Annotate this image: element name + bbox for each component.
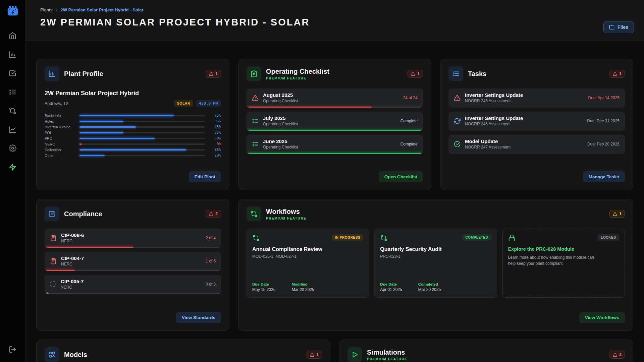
breadcrumb-plants-link[interactable]: Plants xyxy=(40,7,52,12)
compliance-header: Compliance 2 xyxy=(45,206,221,221)
workflow-title: Annual Compliance Review xyxy=(252,246,363,252)
workflows-footer: View Workflows xyxy=(247,312,625,323)
operating-checklist-title-block: Operating Checklist PREMIUM FEATURE xyxy=(266,68,329,80)
workflow-cards: IN PROGRESS Annual Compliance Review MOD… xyxy=(247,229,625,298)
workflow-card[interactable]: IN PROGRESS Annual Compliance Review MOD… xyxy=(247,229,369,298)
task-item[interactable]: Model Update NOGRR 247 Assessment Due: F… xyxy=(448,135,625,154)
progress-label: Basic Info xyxy=(45,114,79,118)
sidebar-item-plants[interactable] xyxy=(8,50,17,59)
app-logo[interactable] xyxy=(6,5,19,19)
workflows-header: Workflows PREMIUM FEATURE 1 xyxy=(247,206,625,221)
checklist-item-status: Complete xyxy=(400,119,418,123)
checklist-item[interactable]: July 2025 Operating Checklist Complete xyxy=(247,112,423,131)
view-workflows-button[interactable]: View Workflows xyxy=(579,312,625,323)
progress-percent: 75% xyxy=(205,113,221,118)
progress-row: PPC60% xyxy=(45,136,221,140)
alert-badge: 1 xyxy=(307,351,322,359)
simulations-card: Simulations PREMIUM FEATURE 2 xyxy=(339,340,633,362)
workflow-meta-col: Completed Mar 20 2025 xyxy=(418,282,441,292)
sidebar-item-tasks[interactable] xyxy=(8,87,17,97)
checklist-item-subtitle: Operating Checklist xyxy=(263,99,298,103)
sidebar-item-settings[interactable] xyxy=(8,143,17,153)
card-title: Models xyxy=(64,351,87,359)
progress-row: NERC0% xyxy=(45,142,221,146)
task-subtitle: NOGRR 247 Assessment xyxy=(465,145,511,149)
compliance-item[interactable]: CIP-008-6 NERC 2 of 4 xyxy=(45,229,221,248)
view-standards-button[interactable]: View Standards xyxy=(176,312,221,323)
alert-badge: 2 xyxy=(609,351,625,359)
alert-badge: 1 xyxy=(206,70,221,78)
compliance-footer: View Standards xyxy=(45,312,221,323)
alert-triangle-icon xyxy=(310,353,314,357)
simulations-title-block: Simulations PREMIUM FEATURE xyxy=(367,349,407,361)
bar-chart-icon xyxy=(45,66,59,81)
bottom-cards-grid: Models 1 Simulations xyxy=(36,340,633,362)
workflow-icon xyxy=(247,206,261,221)
alert-count: 2 xyxy=(215,212,218,216)
locked-module-description: Learn more about how enabling this modul… xyxy=(508,254,602,266)
locked-module-card[interactable]: LOCKED Explore the PRC-028 Module Learn … xyxy=(502,229,625,298)
simulations-header: Simulations PREMIUM FEATURE 2 xyxy=(347,347,625,362)
check-circle-icon xyxy=(454,141,461,147)
open-checklist-button[interactable]: Open Checklist xyxy=(379,171,423,182)
checklist-item-title: August 2025 xyxy=(263,92,298,98)
models-header: Models 1 xyxy=(45,347,322,362)
progress-row: Other20% xyxy=(45,153,221,158)
meta-value: Apr 01 2025 xyxy=(380,287,402,292)
plant-profile-title-block: Plant Profile xyxy=(64,70,103,78)
alert-triangle-icon xyxy=(209,72,213,76)
sidebar-item-workflows[interactable] xyxy=(8,106,17,115)
standard-id: CIP-004-7 xyxy=(61,255,84,261)
progress-row: Basic Info75% xyxy=(45,113,221,118)
progress-track xyxy=(79,143,205,145)
sidebar xyxy=(0,0,25,362)
workflows-title-block: Workflows PREMIUM FEATURE xyxy=(266,208,306,220)
progress-row: Collection85% xyxy=(45,147,221,152)
progress-label: PPC xyxy=(45,136,79,140)
manage-tasks-button[interactable]: Manage Tasks xyxy=(583,171,625,182)
workflow-meta-col: Due Date May 15 2025 xyxy=(252,282,275,292)
compliance-item-text: CIP-005-7 NERC xyxy=(61,279,84,290)
checklist-item[interactable]: August 2025 Operating Checklist 24 of 34 xyxy=(247,88,423,108)
sidebar-item-compliance[interactable] xyxy=(8,68,17,78)
models-card: Models 1 xyxy=(36,340,330,362)
compliance-item[interactable]: CIP-005-7 NERC 0 of 3 xyxy=(45,275,221,294)
list-checks-icon xyxy=(448,66,463,81)
standard-progress-fill xyxy=(45,270,74,271)
progress-label: NERC xyxy=(45,142,79,146)
progress-label: Roles xyxy=(45,119,79,123)
page-title: 2W PERMIAN SOLAR PROJECT HYBRID - SOLAR xyxy=(40,17,631,28)
compliance-items: CIP-008-6 NERC 2 of 4 CIP-004-7 NERC xyxy=(45,229,221,294)
workflow-icon xyxy=(380,234,387,242)
alert-triangle-icon xyxy=(252,95,259,101)
workflow-meta: Due Date May 15 2025 Modified Mar 20 202… xyxy=(252,282,363,292)
task-item-text: Inverter Settings Update NOGRR 245 Asses… xyxy=(465,92,523,103)
standard-progress-fill xyxy=(45,247,133,248)
task-item[interactable]: Inverter Settings Update NOGRR 246 Asses… xyxy=(448,112,625,131)
task-item[interactable]: Inverter Settings Update NOGRR 245 Asses… xyxy=(448,88,625,108)
logout-icon[interactable] xyxy=(8,345,17,354)
sidebar-item-home[interactable] xyxy=(8,31,17,40)
files-button[interactable]: Files xyxy=(603,21,634,33)
task-title: Inverter Settings Update xyxy=(465,115,523,121)
alert-count: 1 xyxy=(215,71,218,76)
checklist-progress-track xyxy=(247,107,423,108)
task-due-date: Due: Dec 31 2025 xyxy=(587,119,620,123)
alert-badge: 2 xyxy=(206,210,221,218)
alert-triangle-icon xyxy=(613,212,617,216)
standard-id: CIP-005-7 xyxy=(61,279,84,284)
shapes-icon xyxy=(45,347,59,362)
checklist-item[interactable]: June 2025 Operating Checklist Complete xyxy=(247,135,423,154)
checklist-item-status: Complete xyxy=(400,142,418,146)
sidebar-item-power[interactable] xyxy=(8,162,17,172)
workflow-meta-col: Modified Mar 20 2025 xyxy=(291,282,314,292)
sidebar-item-analytics[interactable] xyxy=(8,125,17,134)
workflow-meta: Due Date Apr 01 2025 Completed Mar 20 20… xyxy=(380,282,491,292)
workflow-card[interactable]: COMPLETED Quarterly Security Audit PRC-0… xyxy=(374,229,497,298)
compliance-item[interactable]: CIP-004-7 NERC 1 of 6 xyxy=(45,252,221,271)
checklist-progress-fill xyxy=(247,107,372,108)
clipboard-icon xyxy=(50,235,57,241)
checklist-item-title: June 2025 xyxy=(263,138,298,144)
tasks-card: Tasks 1 Inverter Settings Update NO xyxy=(440,59,633,190)
edit-plant-button[interactable]: Edit Plant xyxy=(189,171,221,182)
